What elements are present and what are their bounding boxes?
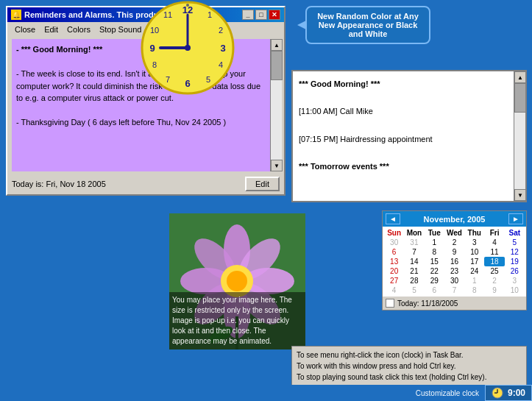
cal-day[interactable]: 4 — [484, 238, 504, 247]
cal-day[interactable]: 8 — [425, 247, 444, 257]
cal-day[interactable]: 30 — [444, 276, 464, 285]
minimize-button[interactable]: _ — [242, 10, 254, 20]
cal-day[interactable]: 6 — [384, 247, 404, 257]
flower-overlay-text: You may place your image here. The size … — [169, 292, 305, 349]
info-scroll-up[interactable]: ▲ — [514, 71, 526, 83]
cal-day[interactable]: 3 — [464, 238, 484, 247]
cal-day[interactable]: 31 — [404, 238, 424, 247]
svg-text:3: 3 — [220, 43, 225, 54]
tooltip-arrow — [297, 21, 306, 29]
cal-day[interactable]: 3 — [505, 276, 525, 285]
cal-day[interactable]: 1 — [464, 276, 484, 285]
cal-day[interactable]: 20 — [384, 266, 404, 276]
cal-day[interactable]: 22 — [425, 266, 444, 276]
maximize-button[interactable]: □ — [255, 10, 267, 20]
cal-day[interactable]: 7 — [444, 285, 464, 295]
svg-text:10: 10 — [150, 26, 159, 35]
menu-stop-sound[interactable]: Stop Sound — [95, 24, 146, 35]
info-panel: *** Good Morning! *** [11:00 AM] Call Mi… — [291, 70, 527, 202]
calendar-header: ◄ November, 2005 ► — [383, 211, 526, 227]
cal-day[interactable]: 13 — [384, 257, 404, 266]
cal-day[interactable]: 1 — [425, 238, 444, 247]
info-line-3: [11:00 AM] Call Mike — [299, 104, 509, 118]
bottom-info[interactable]: To see menu right-click the icon (clock)… — [291, 346, 527, 386]
svg-point-10 — [227, 271, 247, 291]
cal-day[interactable]: 23 — [444, 266, 464, 276]
calendar-month-year: November, 2005 — [424, 215, 486, 224]
cal-day[interactable]: 25 — [484, 266, 504, 276]
info-line-1: *** Good Morning! *** — [299, 77, 509, 91]
cal-day[interactable]: 27 — [384, 276, 404, 285]
cal-day[interactable]: 8 — [464, 285, 484, 295]
cal-header-fri: Fri — [484, 228, 504, 238]
svg-text:2: 2 — [219, 26, 223, 35]
status-label: Customizable clock — [416, 389, 479, 397]
reminder-scrollbar[interactable]: ▲ ▼ — [270, 39, 282, 171]
cal-header-sun: Sun — [384, 228, 404, 238]
cal-day[interactable]: 10 — [464, 247, 484, 257]
info-scrollbar-thumb[interactable] — [514, 83, 526, 113]
info-content: *** Good Morning! *** [11:00 AM] Call Mi… — [293, 71, 525, 189]
cal-week-3: 13 14 15 16 17 18 19 — [384, 257, 525, 266]
cal-day[interactable]: 19 — [505, 257, 525, 266]
cal-day[interactable]: 14 — [404, 257, 424, 266]
scroll-down-arrow[interactable]: ▼ — [271, 160, 283, 171]
menu-colors[interactable]: Colors — [63, 24, 95, 35]
cal-day[interactable]: 9 — [444, 247, 464, 257]
edit-button[interactable]: Edit — [245, 177, 280, 191]
tooltip-bubble: New Random Color at Any New Appearance o… — [305, 6, 430, 44]
cal-day[interactable]: 5 — [505, 238, 525, 247]
cal-day[interactable]: 2 — [484, 276, 504, 285]
cal-day[interactable]: 17 — [464, 257, 484, 266]
menu-edit[interactable]: Edit — [40, 24, 63, 35]
calendar-grid: Sun Mon Tue Wed Thu Fri Sat 30 31 1 2 3 … — [383, 227, 526, 297]
cal-day[interactable]: 7 — [404, 247, 424, 257]
cal-day[interactable]: 26 — [505, 266, 525, 276]
scrollbar-track — [271, 51, 282, 160]
cal-next-button[interactable]: ► — [508, 213, 523, 224]
bottom-info-line2: To work with this window press and hold … — [297, 361, 522, 372]
cal-day[interactable]: 21 — [404, 266, 424, 276]
cal-day[interactable]: 9 — [484, 285, 504, 295]
today-label: Today: 11/18/2005 — [397, 299, 458, 308]
svg-text:8: 8 — [152, 60, 157, 69]
cal-day[interactable]: 24 — [464, 266, 484, 276]
flower-image[interactable]: You may place your image here. The size … — [169, 213, 305, 349]
cal-day[interactable]: 12 — [505, 247, 525, 257]
cal-day[interactable]: 11 — [484, 247, 504, 257]
cal-day[interactable]: 28 — [404, 276, 424, 285]
cal-day-today[interactable]: 18 — [484, 257, 504, 266]
cal-day[interactable]: 5 — [404, 285, 424, 295]
svg-point-28 — [185, 45, 191, 51]
cal-week-1: 30 31 1 2 3 4 5 — [384, 238, 525, 247]
info-scrollbar[interactable]: ▲ ▼ — [514, 71, 525, 201]
info-line-7: *** Tomorrow events *** — [299, 160, 509, 174]
scroll-up-arrow[interactable]: ▲ — [271, 39, 283, 51]
clock-tray: 9:00 — [485, 385, 532, 401]
svg-text:1: 1 — [208, 10, 212, 19]
scrollbar-thumb[interactable] — [271, 51, 283, 80]
cal-header-sat: Sat — [505, 228, 525, 238]
cal-day[interactable]: 15 — [425, 257, 444, 266]
info-scroll-down[interactable]: ▼ — [514, 189, 526, 201]
svg-text:11: 11 — [163, 10, 172, 19]
calendar: ◄ November, 2005 ► Sun Mon Tue Wed Thu F… — [382, 210, 527, 310]
cal-day[interactable]: 4 — [384, 285, 404, 295]
svg-text:9: 9 — [149, 43, 155, 54]
tooltip-text: New Random Color at Any New Appearance o… — [317, 12, 419, 38]
cal-week-4: 20 21 22 23 24 25 26 — [384, 266, 525, 276]
info-line-5: [07:15 PM] Hairdressing appointment — [299, 132, 509, 146]
cal-day[interactable]: 2 — [444, 238, 464, 247]
cal-day[interactable]: 30 — [384, 238, 404, 247]
close-button[interactable]: ✕ — [269, 10, 280, 20]
cal-day[interactable]: 16 — [444, 257, 464, 266]
cal-day[interactable]: 10 — [505, 285, 525, 295]
system-time: 9:00 — [508, 388, 525, 398]
today-indicator — [386, 299, 394, 308]
cal-week-6: 4 5 6 7 8 9 10 — [384, 285, 525, 295]
cal-prev-button[interactable]: ◄ — [386, 213, 400, 224]
cal-day[interactable]: 6 — [425, 285, 444, 295]
analog-clock: 12 3 6 9 1 2 4 5 7 8 10 11 — [140, 0, 235, 96]
cal-day[interactable]: 29 — [425, 276, 444, 285]
menu-close[interactable]: Close — [10, 24, 40, 35]
